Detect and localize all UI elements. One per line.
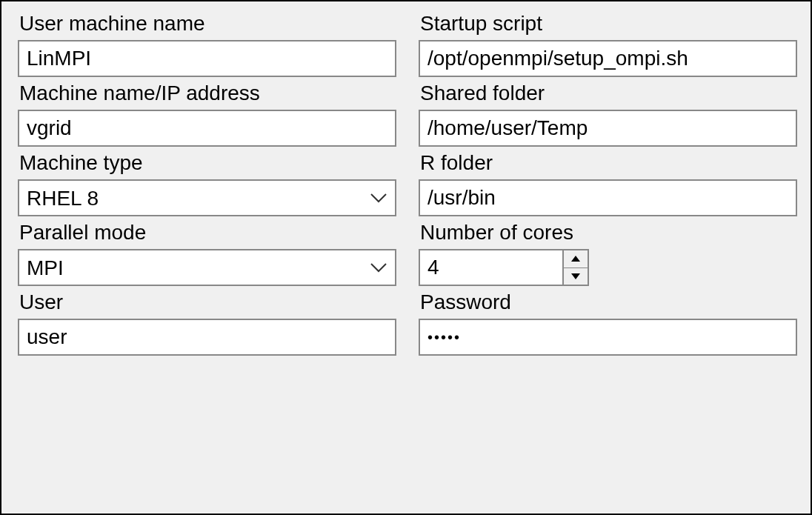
spinner-up-button[interactable] <box>564 250 588 268</box>
user-machine-name-label: User machine name <box>18 12 396 36</box>
triangle-up-icon <box>571 256 580 262</box>
r-folder-field: R folder <box>419 151 797 216</box>
num-cores-field: Number of cores <box>419 221 797 286</box>
num-cores-input[interactable] <box>420 250 562 285</box>
parallel-mode-field: Parallel mode MPI <box>18 221 396 286</box>
spinner-buttons <box>562 250 588 285</box>
password-input[interactable]: ••••• <box>419 319 797 356</box>
user-machine-name-field: User machine name <box>18 12 396 77</box>
user-field: User <box>18 290 396 356</box>
machine-ip-label: Machine name/IP address <box>18 82 396 105</box>
parallel-mode-label: Parallel mode <box>18 221 396 245</box>
user-label: User <box>18 290 396 314</box>
num-cores-spinner[interactable] <box>419 249 589 286</box>
machine-ip-field: Machine name/IP address <box>18 82 396 147</box>
startup-script-label: Startup script <box>419 12 797 36</box>
shared-folder-input[interactable] <box>419 110 797 147</box>
r-folder-label: R folder <box>419 151 797 175</box>
svg-marker-1 <box>571 273 580 279</box>
startup-script-input[interactable] <box>419 40 797 77</box>
parallel-mode-select[interactable]: MPI <box>18 249 396 286</box>
password-label: Password <box>419 290 797 314</box>
user-machine-name-input[interactable] <box>18 40 396 77</box>
machine-type-field: Machine type RHEL 8 <box>18 151 396 216</box>
machine-type-select[interactable]: RHEL 8 <box>18 179 396 216</box>
shared-folder-label: Shared folder <box>419 82 797 105</box>
shared-folder-field: Shared folder <box>419 82 797 147</box>
triangle-down-icon <box>571 273 580 279</box>
startup-script-field: Startup script <box>419 12 797 77</box>
machine-ip-input[interactable] <box>18 110 396 147</box>
spinner-down-button[interactable] <box>564 268 588 285</box>
machine-settings-panel: User machine name Startup script Machine… <box>0 0 812 515</box>
r-folder-input[interactable] <box>419 179 797 216</box>
user-input[interactable] <box>18 319 396 356</box>
password-field: Password ••••• <box>419 290 797 356</box>
machine-type-label: Machine type <box>18 151 396 175</box>
num-cores-label: Number of cores <box>419 221 797 245</box>
svg-marker-0 <box>571 256 580 262</box>
